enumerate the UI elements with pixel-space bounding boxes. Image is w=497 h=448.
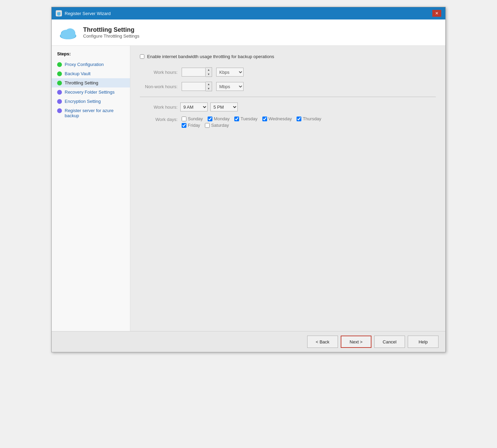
dot-register-server bbox=[57, 108, 62, 113]
sidebar: Steps: Proxy Configuration Backup Vault … bbox=[52, 46, 130, 331]
non-work-hours-down-btn[interactable]: ▼ bbox=[206, 86, 212, 91]
work-hours-rate-row: Work hours: 256.0 ▲ ▼ Kbps Mbps bbox=[140, 67, 436, 77]
cloud-icon bbox=[58, 25, 78, 40]
saturday-checkbox[interactable] bbox=[205, 123, 210, 128]
header-text: Throttling Setting Configure Throttling … bbox=[83, 26, 140, 39]
saturday-label: Saturday bbox=[211, 123, 229, 128]
work-hours-unit-select[interactable]: Kbps Mbps bbox=[216, 68, 244, 77]
sidebar-item-throttling[interactable]: Throttling Setting bbox=[52, 78, 130, 87]
work-hours-start-select[interactable]: 9 AM 8 AM 10 AM bbox=[180, 103, 208, 111]
page-subtitle: Configure Throttling Settings bbox=[83, 33, 140, 39]
monday-checkbox[interactable] bbox=[208, 117, 212, 121]
non-work-hours-unit-select[interactable]: Kbps Mbps bbox=[216, 82, 244, 91]
day-sunday: Sunday bbox=[182, 116, 203, 121]
non-work-hours-rate-row: Non-work hours: 1023.0 ▲ ▼ Kbps Mbps bbox=[140, 82, 436, 91]
title-bar: Register Server Wizard ✕ bbox=[52, 7, 445, 19]
sidebar-item-register-server[interactable]: Register server for azure backup bbox=[52, 106, 130, 120]
day-thursday: Thursday bbox=[297, 116, 321, 121]
title-bar-text: Register Server Wizard bbox=[65, 11, 430, 16]
sidebar-label-register-server: Register server for azure backup bbox=[65, 108, 125, 118]
day-tuesday: Tuesday bbox=[234, 116, 257, 121]
sidebar-item-proxy-config[interactable]: Proxy Configuration bbox=[52, 60, 130, 69]
sidebar-label-encryption: Encryption Setting bbox=[65, 99, 101, 104]
days-row-2: Friday Saturday bbox=[182, 123, 321, 128]
sidebar-label-throttling: Throttling Setting bbox=[65, 80, 98, 85]
tuesday-label: Tuesday bbox=[240, 116, 257, 121]
sunday-label: Sunday bbox=[188, 116, 203, 121]
day-friday: Friday bbox=[182, 123, 200, 128]
footer: < Back Next > Cancel Help bbox=[52, 331, 445, 352]
thursday-checkbox[interactable] bbox=[297, 117, 301, 121]
enable-throttling-row: Enable internet bandwidth usage throttli… bbox=[140, 54, 436, 59]
wizard-window: Register Server Wizard ✕ Throttling Sett… bbox=[51, 7, 446, 352]
sidebar-item-recovery-folder[interactable]: Recovery Folder Settings bbox=[52, 87, 130, 97]
days-grid: Sunday Monday Tuesday Wednesday bbox=[182, 116, 321, 128]
sidebar-item-encryption[interactable]: Encryption Setting bbox=[52, 97, 130, 106]
close-button[interactable]: ✕ bbox=[432, 10, 441, 17]
work-hours-spinbox: 256.0 ▲ ▼ bbox=[182, 67, 212, 77]
dot-encryption bbox=[57, 99, 62, 104]
work-hours-up-btn[interactable]: ▲ bbox=[206, 68, 212, 72]
day-monday: Monday bbox=[208, 116, 230, 121]
work-days-row: Work days: Sunday Monday Tue bbox=[140, 116, 436, 128]
header-section: Throttling Setting Configure Throttling … bbox=[52, 19, 445, 46]
non-work-hours-up-btn[interactable]: ▲ bbox=[206, 82, 212, 86]
work-hours-rate-label: Work hours: bbox=[140, 70, 178, 75]
days-row-1: Sunday Monday Tuesday Wednesday bbox=[182, 116, 321, 121]
sidebar-item-backup-vault[interactable]: Backup Vault bbox=[52, 69, 130, 78]
work-hours-down-btn[interactable]: ▼ bbox=[206, 72, 212, 77]
page-title: Throttling Setting bbox=[83, 26, 140, 33]
svg-point-8 bbox=[65, 28, 75, 37]
work-hours-time-label: Work hours: bbox=[140, 105, 178, 110]
day-saturday: Saturday bbox=[205, 123, 229, 128]
sidebar-label-recovery-folder: Recovery Folder Settings bbox=[65, 90, 115, 95]
svg-point-2 bbox=[58, 12, 61, 14]
sidebar-label-proxy-config: Proxy Configuration bbox=[65, 62, 104, 67]
work-days-label: Work days: bbox=[140, 117, 178, 122]
main-content: Enable internet bandwidth usage throttli… bbox=[130, 46, 445, 331]
non-work-hours-spinbox-btns: ▲ ▼ bbox=[206, 82, 212, 91]
sidebar-steps-label: Steps: bbox=[52, 51, 130, 60]
dot-throttling bbox=[57, 81, 62, 85]
work-hours-time-row: Work hours: 9 AM 8 AM 10 AM 5 PM 4 PM 6 … bbox=[140, 103, 436, 111]
title-bar-icon bbox=[56, 10, 62, 16]
work-hours-spinbox-btns: ▲ ▼ bbox=[206, 67, 212, 77]
sunday-checkbox[interactable] bbox=[182, 117, 186, 121]
enable-throttling-label: Enable internet bandwidth usage throttli… bbox=[147, 54, 274, 59]
day-wednesday: Wednesday bbox=[262, 116, 292, 121]
work-hours-input[interactable]: 256.0 bbox=[182, 68, 206, 77]
wednesday-label: Wednesday bbox=[269, 116, 292, 121]
enable-throttling-checkbox[interactable] bbox=[140, 54, 144, 59]
non-work-hours-spinbox: 1023.0 ▲ ▼ bbox=[182, 82, 212, 91]
content-area: Steps: Proxy Configuration Backup Vault … bbox=[52, 46, 445, 331]
divider bbox=[140, 97, 436, 97]
dot-recovery-folder bbox=[57, 90, 62, 95]
dot-backup-vault bbox=[57, 71, 62, 76]
thursday-label: Thursday bbox=[303, 116, 321, 121]
non-work-hours-input[interactable]: 1023.0 bbox=[182, 82, 206, 91]
next-button[interactable]: Next > bbox=[341, 336, 371, 348]
monday-label: Monday bbox=[214, 116, 230, 121]
cancel-button[interactable]: Cancel bbox=[374, 336, 405, 348]
non-work-hours-rate-label: Non-work hours: bbox=[140, 84, 178, 89]
back-button[interactable]: < Back bbox=[307, 336, 338, 348]
friday-label: Friday bbox=[188, 123, 200, 128]
wednesday-checkbox[interactable] bbox=[262, 117, 267, 121]
sidebar-label-backup-vault: Backup Vault bbox=[65, 71, 91, 76]
tuesday-checkbox[interactable] bbox=[234, 117, 239, 121]
help-button[interactable]: Help bbox=[408, 336, 439, 348]
work-hours-end-select[interactable]: 5 PM 4 PM 6 PM bbox=[210, 103, 238, 111]
friday-checkbox[interactable] bbox=[182, 123, 186, 128]
dot-proxy-config bbox=[57, 62, 62, 67]
